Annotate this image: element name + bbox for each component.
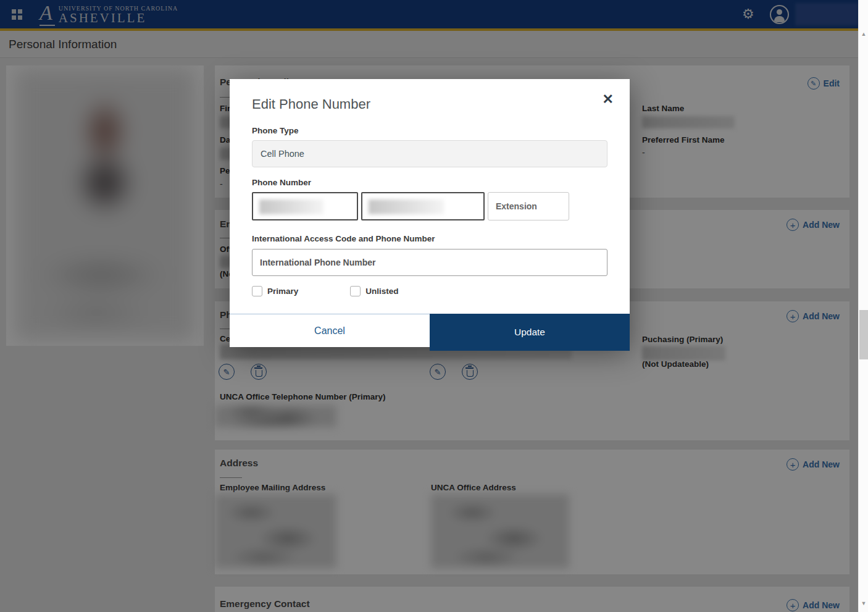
checkbox-box[interactable] bbox=[350, 286, 361, 296]
scroll-up-icon[interactable]: ▲ bbox=[859, 31, 868, 37]
scroll-down-icon[interactable]: ▼ bbox=[859, 600, 868, 606]
primary-checkbox[interactable]: Primary bbox=[252, 286, 298, 296]
phone-type-field: Cell Phone bbox=[252, 140, 607, 167]
scrollbar-thumb[interactable] bbox=[859, 310, 868, 359]
update-button[interactable]: Update bbox=[430, 314, 630, 351]
area-code-input[interactable] bbox=[252, 192, 358, 220]
area-code-redacted bbox=[259, 199, 323, 214]
modal-title: Edit Phone Number bbox=[252, 96, 607, 112]
edit-phone-modal: ✕ Edit Phone Number Phone Type Cell Phon… bbox=[230, 79, 630, 347]
unlisted-checkbox-label: Unlisted bbox=[365, 287, 398, 296]
extension-input[interactable] bbox=[488, 192, 569, 220]
phone-type-label: Phone Type bbox=[252, 126, 607, 135]
phone-number-input[interactable] bbox=[361, 192, 485, 220]
primary-checkbox-label: Primary bbox=[267, 287, 298, 296]
checkbox-box[interactable] bbox=[252, 286, 262, 296]
international-label: International Access Code and Phone Numb… bbox=[252, 234, 607, 243]
phone-number-label: Phone Number bbox=[252, 178, 607, 187]
scrollbar[interactable]: ▲ ▼ bbox=[858, 0, 868, 612]
page-root: A University of North Carolina Asheville… bbox=[0, 0, 868, 612]
international-phone-input[interactable] bbox=[252, 249, 607, 276]
unlisted-checkbox[interactable]: Unlisted bbox=[350, 286, 398, 296]
cancel-button[interactable]: Cancel bbox=[230, 314, 430, 347]
phone-number-redacted bbox=[369, 199, 444, 214]
close-icon[interactable]: ✕ bbox=[600, 90, 616, 109]
